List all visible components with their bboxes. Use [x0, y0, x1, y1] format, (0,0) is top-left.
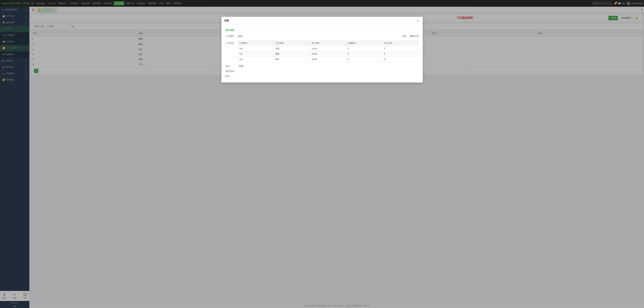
proc-col-unit-price: 加工单价 — [310, 40, 346, 46]
proc-cell-workers: 0 — [382, 46, 418, 51]
form-row-code-name: 工艺编号： A001 名称： 测试工艺 — [226, 35, 419, 38]
proc-table-row: 111 裁剪 14.00 0 0 — [238, 51, 418, 57]
modal-close-button[interactable]: ✕ — [416, 19, 420, 23]
proc-cell-unit-price: 14.00 — [310, 51, 346, 57]
detail-modal: 详情 ✕ 基本信息 工艺编号： A001 名称： 测试工艺 工序信息 — [222, 17, 423, 82]
proc-col-capacity: 定额能力 — [346, 40, 382, 46]
attach-row: 附件： — [226, 75, 419, 78]
name-value: 测试工艺 — [410, 35, 419, 38]
proc-col-name: 工序名称 — [274, 40, 310, 46]
proc-cell-unit-price: 12.00 — [310, 46, 346, 51]
proc-cell-code: 110 — [238, 46, 274, 51]
modal-title: 详情 — [224, 19, 229, 22]
modal-header: 详情 ✕ — [222, 17, 423, 25]
proc-cell-workers: 0 — [382, 51, 418, 57]
section-header-basic-info[interactable]: 基本信息 — [226, 28, 419, 33]
procedure-table: 工序编号 工序名称 加工单价 定额能力 作业人数 110 扎染 12.00 0 … — [238, 40, 419, 62]
proc-cell-name: 设计 — [274, 57, 310, 62]
status-label: 状态： — [226, 65, 239, 68]
modal-body: 基本信息 工艺编号： A001 名称： 测试工艺 工序信息 工序 — [222, 25, 423, 82]
name-label: 名称： — [402, 35, 409, 38]
status-row: 状态： 启用 — [226, 65, 419, 68]
desc-label: 相关描述： — [226, 70, 239, 73]
code-value: A001 — [238, 35, 243, 37]
form-field-code: 工艺编号： A001 — [226, 35, 243, 38]
form-field-name: 名称： 测试工艺 — [402, 35, 419, 38]
modal-overlay[interactable]: 详情 ✕ 基本信息 工艺编号： A001 名称： 测试工艺 工序信息 — [0, 0, 644, 308]
proc-cell-capacity: 0 — [346, 57, 382, 62]
code-label: 工艺编号： — [226, 35, 236, 38]
proc-cell-name: 裁剪 — [274, 51, 310, 57]
proc-table-row: 112 设计 13.00 0 0 — [238, 57, 418, 62]
procedure-info-label: 工序信息 — [226, 40, 236, 45]
desc-row: 相关描述： — [226, 70, 419, 73]
proc-cell-code: 112 — [238, 57, 274, 62]
proc-col-workers: 作业人数 — [382, 40, 418, 46]
proc-cell-name: 扎染 — [274, 46, 310, 51]
proc-cell-unit-price: 13.00 — [310, 57, 346, 62]
proc-cell-capacity: 0 — [346, 46, 382, 51]
procedure-info-section: 工序信息 工序编号 工序名称 加工单价 定额能力 作业人数 110 扎染 12.… — [226, 40, 419, 62]
proc-cell-capacity: 0 — [346, 51, 382, 57]
proc-cell-workers: 0 — [382, 57, 418, 62]
proc-col-code: 工序编号 — [238, 40, 274, 46]
proc-table-row: 110 扎染 12.00 0 0 — [238, 46, 418, 51]
attach-label: 附件： — [226, 75, 239, 78]
proc-cell-code: 111 — [238, 51, 274, 57]
status-value: 启用 — [239, 65, 243, 68]
